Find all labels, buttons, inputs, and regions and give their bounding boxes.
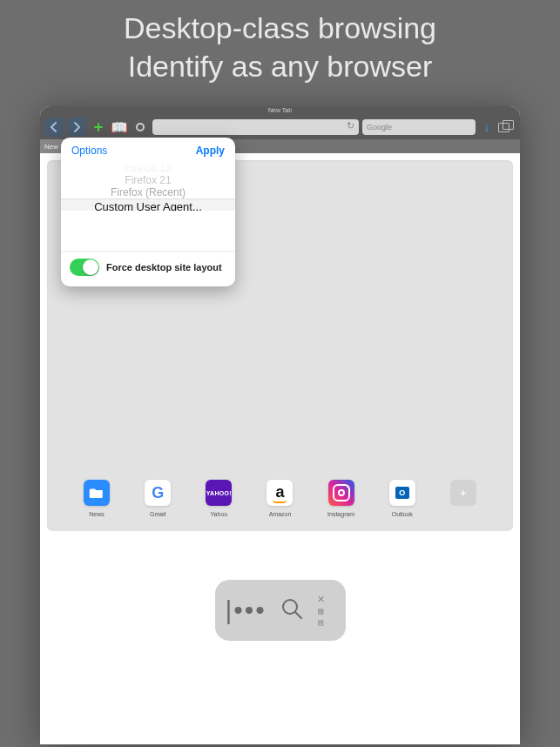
user-agent-icon[interactable] <box>132 118 149 136</box>
bookmark-label: Instagram <box>327 511 354 517</box>
hero-text: Desktop-class browsing Identify as any b… <box>0 0 560 101</box>
tabs-overview-icon[interactable] <box>498 120 516 134</box>
svg-line-1 <box>295 612 301 618</box>
bookmark-gmail[interactable]: G Gmail <box>140 480 175 517</box>
bookmark-label: Gmail <box>150 511 165 517</box>
popover-apply-button[interactable]: Apply <box>196 145 225 157</box>
hero-line1: Desktop-class browsing <box>0 9 560 47</box>
plus-icon: + <box>450 480 476 506</box>
keyboard-dock: |••• ✕ ▨ ▤ <box>215 580 346 641</box>
bookmark-yahoo[interactable]: YAHOO! Yahoo <box>201 480 236 517</box>
hero-line2: Identify as any browser <box>0 47 560 85</box>
yahoo-icon: YAHOO! <box>206 480 232 506</box>
picker-row: Firefox 21 <box>61 174 235 186</box>
force-desktop-row: Force desktop site layout <box>61 251 235 286</box>
picker-row-selected: Custom User Agent... <box>61 199 235 211</box>
search-field[interactable]: Google <box>362 119 476 135</box>
folder-icon <box>84 480 110 506</box>
bookmark-label: News <box>89 511 105 517</box>
force-desktop-label: Force desktop site layout <box>106 262 222 273</box>
bookmark-instagram[interactable]: Instagram <box>324 480 359 517</box>
bookmark-grid: News G Gmail YAHOO! Yahoo a Amazon Insta… <box>47 480 513 517</box>
toolbar: + 📖 ↻ Google ↓ <box>40 115 520 139</box>
bookmark-label: Yahoo <box>210 511 227 517</box>
bookmark-outlook[interactable]: O Outlook <box>385 480 420 517</box>
bookmark-label: Outlook <box>392 511 413 517</box>
bookmark-label: Amazon <box>269 511 292 517</box>
user-agent-picker[interactable]: Firefox 13 Firefox 21 Firefox (Recent) C… <box>61 162 235 211</box>
url-field[interactable]: ↻ <box>152 119 359 135</box>
amazon-icon: a <box>267 480 293 506</box>
dock-controls: ✕ ▨ ▤ <box>317 595 325 627</box>
popover-options-button[interactable]: Options <box>71 145 107 157</box>
user-agent-popover: Options Apply Firefox 13 Firefox 21 Fire… <box>61 138 235 286</box>
back-button[interactable] <box>44 118 64 137</box>
window-title: New Tab <box>40 106 520 115</box>
cursor-mode-icon[interactable]: |••• <box>226 596 267 625</box>
instagram-icon <box>328 480 354 506</box>
google-icon: G <box>145 480 171 506</box>
picker-row: Firefox (Recent) <box>61 186 235 199</box>
add-tab-icon[interactable]: + <box>90 118 107 137</box>
force-desktop-toggle[interactable] <box>70 259 99 276</box>
bookmark-news[interactable]: News <box>79 480 114 517</box>
bookmark-amazon[interactable]: a Amazon <box>262 480 297 517</box>
layout-icon-2[interactable]: ▤ <box>318 618 323 627</box>
downloads-icon[interactable]: ↓ <box>479 120 495 134</box>
outlook-icon: O <box>389 480 415 506</box>
reload-icon[interactable]: ↻ <box>347 120 354 131</box>
dismiss-dock-icon[interactable]: ✕ <box>317 595 325 604</box>
add-bookmark[interactable]: + <box>446 480 481 517</box>
browser-window: New Tab + 📖 ↻ Google ↓ New Tab News <box>40 106 520 744</box>
layout-icon-1[interactable]: ▨ <box>318 607 323 616</box>
bookmarks-icon[interactable]: 📖 <box>111 119 128 136</box>
find-icon[interactable] <box>279 596 305 625</box>
forward-button[interactable] <box>67 118 86 137</box>
